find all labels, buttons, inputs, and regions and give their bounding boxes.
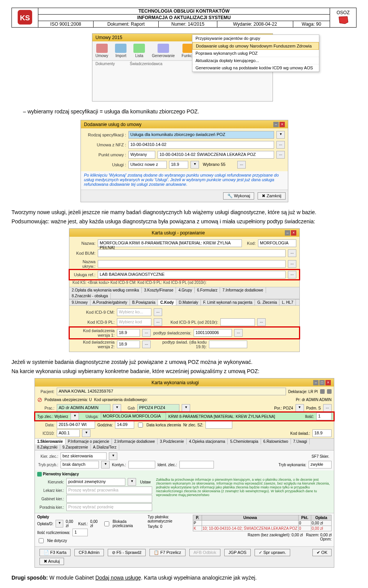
tab[interactable]: 9.Zaopatrzenie bbox=[60, 444, 91, 450]
kierunek-field[interactable]: podmiot zewnętrzny bbox=[66, 478, 125, 486]
punkt-sel[interactable]: Wybrany bbox=[128, 151, 155, 159]
anuluj-button[interactable]: ✖ Anuluj bbox=[39, 558, 64, 565]
dropdown-icon[interactable]: ▾ bbox=[128, 478, 136, 486]
tab[interactable]: 3.Podzlecenie bbox=[158, 439, 187, 444]
tryb-field[interactable]: brak danych bbox=[61, 461, 99, 468]
ident-field[interactable] bbox=[179, 461, 214, 468]
dropdown-icon[interactable]: ▾ bbox=[56, 520, 63, 527]
dots-button[interactable]: ... bbox=[288, 249, 296, 257]
icd9pl-field[interactable]: Wybierz kod bbox=[117, 318, 151, 326]
dots-button[interactable]: ... bbox=[237, 161, 246, 169]
maximize-icon[interactable]: □ bbox=[319, 380, 325, 385]
icd9cm-field[interactable]: Wybierz ko... bbox=[117, 308, 151, 316]
wersja2-field[interactable]: 18.9 bbox=[117, 341, 140, 348]
menu-item[interactable]: Przypisywanie pacjentów do grupy bbox=[192, 35, 319, 42]
tab[interactable]: A.Dializa/Terz bbox=[91, 444, 119, 450]
dots-button[interactable]: ... bbox=[276, 141, 285, 149]
kontyn-field[interactable] bbox=[128, 461, 155, 468]
godz-field[interactable]: 14.09 bbox=[115, 421, 134, 429]
tbtn-umowy[interactable]: Umowy bbox=[95, 44, 108, 58]
dots-button[interactable]: ... bbox=[154, 318, 162, 326]
icd10-field[interactable]: A00.1 bbox=[57, 429, 80, 437]
dropdown-icon[interactable]: ▾ bbox=[82, 429, 90, 437]
ukryw-field[interactable] bbox=[98, 260, 286, 268]
dropdown-icon[interactable]: ▾ bbox=[109, 452, 117, 460]
spec-field[interactable]: Usługa dla komunikatu zbiorczego świadcz… bbox=[128, 131, 274, 139]
menu-item[interactable]: Generowanie usług na podstawie kodów ICD… bbox=[192, 64, 319, 72]
tab[interactable]: A.Poradnie/gabinety bbox=[90, 300, 130, 305]
data-field[interactable]: 2015-04-07 Wt bbox=[57, 421, 95, 429]
tab[interactable]: 2.Informacje dodatkowe bbox=[112, 439, 158, 444]
tab-active[interactable]: 1.Skierowanie bbox=[35, 439, 66, 444]
dots-button[interactable]: ... bbox=[288, 271, 296, 278]
nrzlec-field[interactable] bbox=[205, 421, 232, 429]
tab[interactable]: D.Materiały bbox=[176, 300, 201, 305]
nazwa-field[interactable]: MORFOLOGIA KRWI 8-PARAMETROWA [MATERIAŁ:… bbox=[98, 239, 242, 247]
tab[interactable]: 2.Opłata dla wykonania według cennika bbox=[69, 287, 142, 293]
ilosc-field[interactable]: 1 bbox=[316, 413, 332, 420]
close-icon[interactable]: × bbox=[325, 380, 331, 385]
menu-item-selected[interactable]: Dodawanie usług do umowy Narodowym Fundu… bbox=[192, 42, 319, 50]
dots-button[interactable]: ... bbox=[234, 329, 243, 337]
podtyp-field[interactable]: 1001100006 bbox=[194, 329, 232, 337]
trybwyk-field[interactable]: zwykłe bbox=[309, 461, 332, 468]
kod-field[interactable]: MORFOLOGIA bbox=[258, 239, 296, 247]
punkt-field[interactable]: 10-00-04310-14-02 ŚWIADCZENIA LEKARZA PO… bbox=[158, 151, 274, 159]
close-icon[interactable]: × bbox=[279, 122, 285, 127]
usluga-field[interactable]: MORFOLOGIA MORFOLOGIA bbox=[101, 413, 166, 420]
tbtn-lista[interactable]: Lista bbox=[133, 44, 145, 58]
taryfa-field[interactable]: 0 bbox=[160, 524, 172, 529]
tab-active[interactable]: C.Kody bbox=[158, 300, 176, 305]
dots-button[interactable]: ... bbox=[257, 318, 266, 326]
minimize-icon[interactable]: – bbox=[273, 122, 279, 127]
kodswiad-field[interactable]: 18.9 bbox=[312, 429, 332, 437]
ok-button[interactable]: ✔ OK bbox=[312, 549, 332, 556]
close-icon[interactable]: × bbox=[291, 230, 296, 236]
spr-button[interactable]: ✓ Spr uprawn. bbox=[255, 549, 290, 556]
dropdown-icon[interactable]: ▾ bbox=[182, 404, 190, 412]
f5-button[interactable]: ⊘ F5 - Sprawdź bbox=[108, 549, 146, 556]
tab[interactable]: G. Zlecenia bbox=[255, 300, 279, 305]
uslugi-sel[interactable]: Utwórz nowe z bbox=[128, 161, 167, 169]
umowa-field[interactable]: 10-00-04310-14-02 bbox=[128, 141, 274, 149]
dots-button[interactable]: ... bbox=[142, 341, 151, 348]
info-icon[interactable] bbox=[320, 389, 325, 394]
afb-button[interactable]: AFB Odblok bbox=[189, 549, 220, 556]
f3-button[interactable]: 📄 F3 Karta bbox=[39, 549, 71, 556]
jgp-button[interactable]: JGP AOS bbox=[224, 549, 251, 556]
poradnia-field[interactable]: Proszę wybrać poradnię bbox=[66, 503, 152, 511]
tab[interactable]: 5.Chemioterapia bbox=[228, 439, 261, 444]
iloscrozl-field[interactable]: 1 bbox=[72, 529, 88, 536]
tab[interactable]: 6.Ratownictwo bbox=[261, 439, 291, 444]
data-konca-checkbox[interactable] bbox=[138, 423, 143, 427]
tab[interactable]: 8.Znaczniki - obsługa bbox=[69, 293, 111, 299]
tbtn-import[interactable]: Import bbox=[115, 44, 127, 58]
dropdown-icon[interactable]: ▾ bbox=[71, 413, 79, 420]
dots-button[interactable]: ... bbox=[288, 260, 296, 268]
bum-field[interactable] bbox=[98, 249, 286, 257]
dots-button[interactable]: ... bbox=[276, 151, 285, 159]
minimize-icon[interactable]: – bbox=[285, 230, 290, 236]
kier-field[interactable]: bez skierowania bbox=[61, 452, 107, 460]
cf3-button[interactable]: CF3 Admin bbox=[74, 549, 104, 556]
lekarz-field[interactable]: Proszę wybrać pracownika bbox=[66, 486, 152, 494]
tab[interactable]: 9.Umowy bbox=[69, 300, 90, 305]
dots-button[interactable]: ... bbox=[142, 329, 151, 337]
gab-field[interactable]: PPOZ4 POZ4 bbox=[137, 404, 179, 412]
tab[interactable]: 3.Koszty/Finanse bbox=[142, 287, 176, 293]
tab[interactable]: F. Limit wykonań na pacjenta bbox=[201, 300, 255, 305]
ref-field[interactable]: LAB BADANIA DIAGNOSTYCZNE bbox=[98, 271, 286, 278]
dropdown-icon[interactable]: ▾ bbox=[101, 461, 110, 468]
blokada-checkbox[interactable] bbox=[104, 521, 109, 526]
dots-button[interactable]: ... bbox=[323, 404, 332, 412]
tab[interactable]: L. HL7 bbox=[279, 300, 296, 305]
wersja1-field[interactable]: 18.9 bbox=[117, 329, 140, 337]
dropdown-icon[interactable]: ▾ bbox=[113, 404, 121, 412]
tab[interactable]: 8.Załączniki bbox=[35, 444, 60, 450]
tab[interactable]: 4.Opieka stacjonarna bbox=[187, 439, 228, 444]
prac-field[interactable]: AD dr ADMIN ADMIN bbox=[57, 404, 110, 412]
niedotyczy-checkbox[interactable] bbox=[39, 538, 44, 543]
podtyp2-field[interactable] bbox=[209, 341, 247, 348]
dropdown-icon[interactable]: ▾ bbox=[276, 131, 285, 139]
icd9pl2010-field[interactable] bbox=[220, 318, 255, 326]
